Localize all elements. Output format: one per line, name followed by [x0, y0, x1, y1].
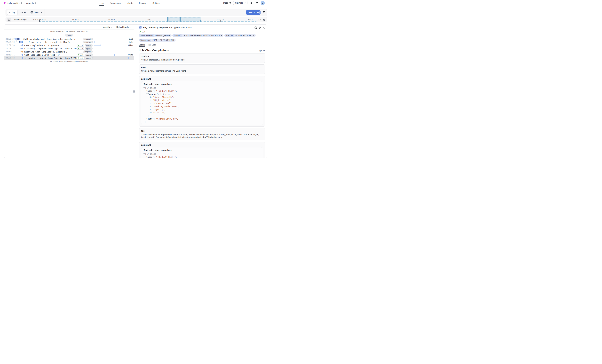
panel-left-icon [8, 19, 10, 21]
timeline-tick-label: 22:59:09 [145, 18, 151, 20]
close-panel-button[interactable] [262, 26, 265, 29]
log-tags: magentic [83, 38, 93, 40]
log-tags: LLMopenai [77, 44, 93, 46]
share-link-button[interactable] [255, 1, 258, 4]
project-selector[interactable]: magentic [26, 2, 37, 4]
json-collapse-chevron[interactable] [143, 87, 145, 88]
span-id-chip[interactable]: Span ID #fd81e8f78c4ecc9f [224, 34, 256, 37]
copy-link-button[interactable] [258, 26, 261, 29]
json-line: 2: "Enhanced Smell", [143, 102, 260, 105]
custom-range-selector[interactable]: Custom Range [13, 17, 29, 22]
top-header: jackmpcollins / magentic LiveDashboardsA… [0, 0, 271, 6]
timeline-selection[interactable] [167, 17, 201, 22]
search-button[interactable]: Search [246, 10, 260, 15]
log-message: Chat Completion with 'gpt-4o' [24, 54, 60, 56]
service-name-label: Service Name [139, 34, 154, 37]
log-timestamp: 22:59:11 [6, 47, 14, 50]
json-collapse-chevron[interactable] [143, 153, 145, 155]
tag-pill-openai: openai [85, 47, 93, 50]
log-row[interactable]: 22:59:12streaming response from 'gpt-4o'… [4, 56, 134, 60]
nav-item-live[interactable]: Live [100, 0, 104, 6]
json-line: ] [143, 114, 260, 117]
detail-kind-label: Log: [143, 26, 148, 29]
default-levels-label: Default levels [116, 26, 129, 28]
fields-button[interactable]: Fields [28, 9, 44, 16]
log-timestamp: 22:59:10 [6, 41, 14, 43]
log-tags: LLMopenai [77, 47, 93, 50]
sql-button[interactable]: SQL [7, 10, 18, 15]
visibility-dropdown[interactable]: Visibility [103, 26, 112, 28]
filter-button[interactable] [263, 11, 265, 14]
spark-icon [9, 11, 11, 13]
trace-id-label: Trace ID [172, 34, 182, 37]
duration-bar [108, 55, 114, 55]
docs-link[interactable]: Docs [223, 2, 231, 4]
log-row[interactable]: 22:59:10Chat Completion with 'gpt-4o'LLM… [4, 44, 134, 47]
timestamp-chip: Timestamp 2024-11-12 22:59:12.876 [139, 39, 176, 42]
model-name: gpt-4o [259, 49, 265, 52]
nav-item-settings[interactable]: Settings [152, 0, 160, 6]
sun-icon [250, 2, 253, 4]
time-range-bar: Custom Range Nov 12, 22:59:0322:59:0522:… [6, 17, 267, 22]
llm-tag-pill: LLM [139, 31, 146, 33]
nav-item-explore[interactable]: Explore [139, 0, 146, 6]
timestamp-label: Timestamp [139, 39, 151, 42]
log-tags: LLMopenai [77, 54, 93, 56]
chevron-down-icon [41, 12, 42, 13]
message-text: 1 validation error for Superhero name Va… [141, 133, 263, 138]
get-help-button[interactable]: Get help [233, 1, 247, 5]
log-message: Retrying Chat Completion. Attempt 1 [24, 50, 67, 53]
message-role: user [141, 66, 263, 69]
close-icon [263, 27, 265, 29]
detail-content: LLM Chat Completions gpt-4o systemYou ar… [134, 47, 267, 158]
tag-pill-openai: openai [85, 44, 93, 46]
log-row[interactable]: 22:59:106Calling chatprompt-function mak… [4, 37, 134, 41]
log-tags: magentic [83, 41, 93, 43]
tab-raw-data[interactable]: Raw Data [147, 43, 156, 47]
tag-pill-openai: openai [85, 57, 93, 59]
updown-icon [21, 2, 22, 4]
timeline[interactable]: Nov 12, 22:59:0322:59:0522:59:0722:59:09… [32, 17, 261, 22]
duration-label: 370ms [128, 54, 133, 56]
json-line: } [143, 120, 260, 124]
llm-dot-icon [140, 31, 141, 32]
org-selector[interactable]: jackmpcollins [8, 2, 22, 4]
no-newer-items-text: No newer items in the selected time wind… [4, 61, 134, 63]
log-message: Calling chatprompt-function make_superhe… [23, 38, 75, 40]
project-name: magentic [26, 2, 34, 4]
messages: systemYou are professor A, in charge of … [139, 53, 265, 158]
ai-button[interactable]: AI [18, 10, 28, 15]
collapse-sidebar-button[interactable] [7, 18, 11, 22]
detail-title: streaming response from 'gpt-4o' took 0.… [149, 26, 192, 29]
log-row[interactable]: 22:59:105LLM-assisted retries enabled. M… [4, 41, 134, 44]
log-list-body: No older items in the selected time wind… [4, 30, 134, 158]
dock-panel-button[interactable] [254, 26, 257, 29]
main-area: Visibility Default levels No older items… [4, 24, 267, 158]
panel-resize-handle[interactable] [133, 90, 135, 93]
nav-item-dashboards[interactable]: Dashboards [110, 0, 121, 6]
log-row[interactable]: 22:59:11Chat Completion with 'gpt-4o'LLM… [4, 53, 134, 57]
enter-key-icon [256, 11, 259, 14]
json-line: "name": "THE BARK NIGHT", [143, 156, 260, 158]
timeline-tick-label: 22:59:07 [108, 18, 115, 20]
no-older-items-text: No older items in the selected time wind… [4, 30, 134, 33]
message-text: You are professor A, in charge of the A-… [141, 59, 263, 61]
log-row[interactable]: 22:59:11streaming response from 'gpt-4o'… [4, 47, 134, 50]
default-levels-dropdown[interactable]: Default levels [116, 26, 131, 28]
theme-toggle-button[interactable] [250, 1, 253, 4]
nav-item-alerts[interactable]: Alerts [128, 0, 133, 6]
json-line: { 3 items [143, 152, 260, 156]
message-role: assistant [141, 144, 263, 146]
timeline-tick-label: Nov 12, 22:59:16 [248, 18, 261, 20]
user-avatar[interactable]: J [261, 1, 265, 5]
tab-details[interactable]: Details [139, 43, 145, 47]
json-collapse-chevron[interactable] [146, 93, 148, 94]
timeline-histogram-bar [167, 17, 168, 22]
trace-id-chip[interactable]: Trace ID #9146a6974e4e6140538043607a71c7… [172, 34, 224, 37]
query-toolbar: SQL AI Fields Search [6, 9, 267, 16]
custom-range-label: Custom Range [13, 19, 26, 21]
json-tree: { 3 items"name": "The Bark Night","power… [143, 86, 260, 124]
log-row[interactable]: 22:59:11Retrying Chat Completion. Attemp… [4, 50, 134, 53]
timeline-tick-mark [39, 21, 40, 22]
zoom-in-button[interactable] [262, 18, 265, 21]
